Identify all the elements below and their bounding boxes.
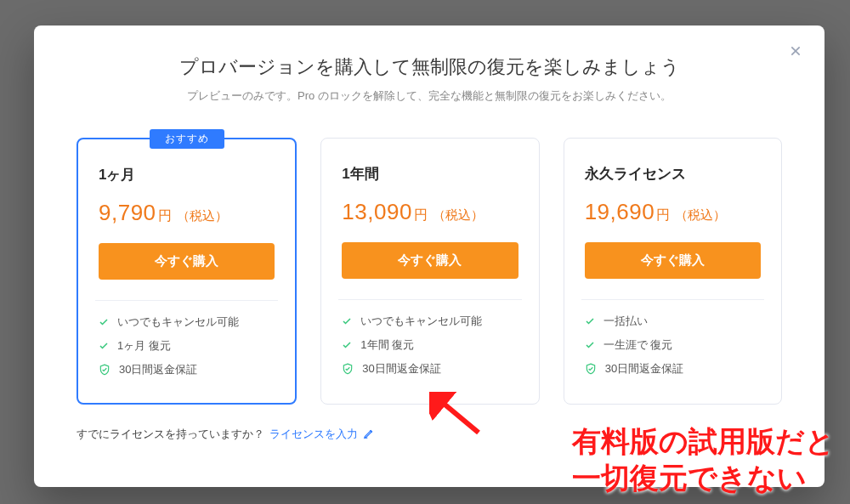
price-unit: 円 [656,207,670,224]
check-icon [342,340,352,350]
feature-text: 1年間 復元 [360,337,414,353]
check-icon [99,341,109,351]
plan-card-monthly: おすすめ 1ヶ月 9,790円 （税込） 今すぐ購入 いつでもキャンセル可能 1… [76,138,297,405]
price-unit: 円 [414,207,428,224]
check-icon [99,317,109,327]
plan-name: 1ヶ月 [99,165,275,184]
buy-button-lifetime[interactable]: 今すぐ購入 [585,242,761,279]
divider [95,300,278,301]
shield-icon [585,363,597,375]
feature-item: 一生涯で 復元 [585,337,761,353]
purchase-modal: プロバージョンを購入して無制限の復元を楽しみましょう プレビューのみです。Pro… [34,25,824,487]
feature-text: 1ヶ月 復元 [117,338,171,354]
feature-item: 30日間返金保証 [342,361,518,377]
modal-title: プロバージョンを購入して無制限の復元を楽しみましょう [76,54,782,80]
plan-name: 永久ライセンス [585,164,761,184]
buy-button-monthly[interactable]: 今すぐ購入 [99,243,275,280]
buy-button-yearly[interactable]: 今すぐ購入 [342,242,518,279]
price-row: 13,090円 （税込） [342,199,518,225]
check-icon [342,316,352,326]
plan-card-lifetime: 永久ライセンス 19,690円 （税込） 今すぐ購入 一括払い 一生涯で 復元 … [564,138,782,405]
feature-item: 1ヶ月 復元 [99,338,275,354]
check-icon [585,340,595,350]
feature-item: 30日間返金保証 [99,362,275,377]
shield-icon [99,364,110,376]
feature-text: 一括払い [604,314,648,329]
check-icon [585,316,595,326]
divider [338,299,521,300]
plans-container: おすすめ 1ヶ月 9,790円 （税込） 今すぐ購入 いつでもキャンセル可能 1… [76,138,782,405]
recommended-badge: おすすめ [150,129,224,149]
feature-text: いつでもキャンセル可能 [360,314,482,329]
tax-label: （税込） [433,207,484,224]
feature-text: 30日間返金保証 [605,361,683,377]
modal-subtitle: プレビューのみです。Pro のロックを解除して、完全な機能と無制限の復元をお楽し… [76,88,782,104]
price-value: 19,690 [585,199,655,225]
feature-item: 1年間 復元 [342,337,518,353]
feature-list: 一括払い 一生涯で 復元 30日間返金保証 [585,314,761,377]
feature-text: いつでもキャンセル可能 [117,314,239,330]
price-row: 19,690円 （税込） [585,199,761,225]
feature-text: 30日間返金保証 [119,362,197,377]
price-row: 9,790円 （税込） [99,200,275,226]
tax-label: （税込） [177,208,228,224]
price-value: 13,090 [342,199,412,225]
divider [581,299,764,300]
feature-text: 30日間返金保証 [362,361,440,377]
feature-item: 一括払い [585,314,761,329]
pencil-icon [363,428,375,442]
feature-item: いつでもキャンセル可能 [99,314,275,330]
tax-label: （税込） [675,207,726,224]
shield-icon [342,363,354,375]
feature-list: いつでもキャンセル可能 1年間 復元 30日間返金保証 [342,314,518,377]
price-unit: 円 [158,207,172,225]
feature-item: いつでもキャンセル可能 [342,314,518,329]
feature-list: いつでもキャンセル可能 1ヶ月 復元 30日間返金保証 [99,314,275,377]
plan-name: 1年間 [342,164,518,184]
close-button[interactable] [784,39,808,63]
feature-item: 30日間返金保証 [585,361,761,377]
price-value: 9,790 [99,200,156,226]
license-link-text: ライセンスを入力 [269,427,358,442]
license-row: すでにライセンスを持っていますか？ ライセンスを入力 [76,427,782,442]
feature-text: 一生涯で 復元 [604,337,673,353]
close-icon [789,44,802,58]
plan-card-yearly: 1年間 13,090円 （税込） 今すぐ購入 いつでもキャンセル可能 1年間 復… [320,138,539,405]
license-question: すでにライセンスを持っていますか？ [76,427,264,442]
license-input-link[interactable]: ライセンスを入力 [269,427,375,442]
